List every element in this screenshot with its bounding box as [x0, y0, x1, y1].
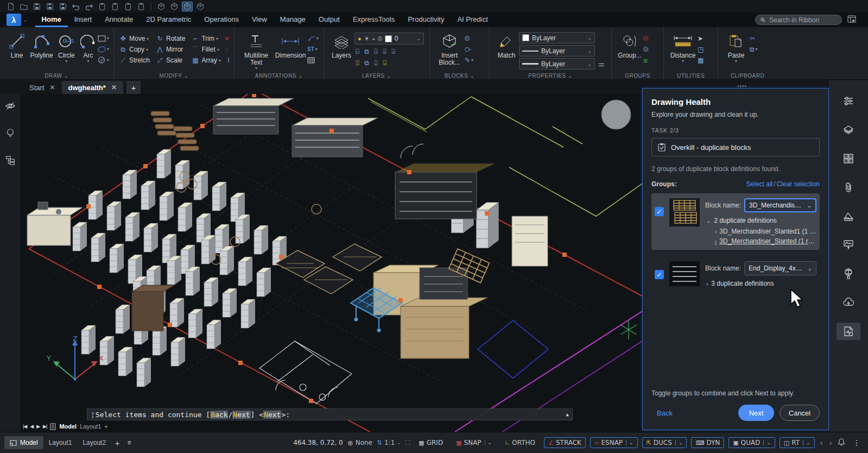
rotate-tool[interactable]: ↻Rotate — [155, 34, 185, 43]
select-all-link[interactable]: Select all — [746, 180, 773, 188]
tab-start[interactable]: Start ✕ — [23, 81, 62, 94]
sheets-icon[interactable] — [837, 207, 860, 225]
layer-walk-icon[interactable]: ⍐ — [356, 58, 359, 67]
clear-selection-link[interactable]: Clear selection — [777, 180, 820, 188]
toggle-strack[interactable]: ∠STRACK — [544, 437, 586, 448]
id-point-icon[interactable]: ➤ — [698, 34, 704, 43]
add-layout-mini[interactable]: + — [104, 423, 107, 430]
group1-dup-item-2[interactable]: ›3D_Merchandiser_Slanted (1 refe... — [715, 237, 816, 245]
close-icon[interactable]: ✕ — [49, 84, 55, 91]
color-select[interactable]: ByLayer ⌄ — [519, 32, 595, 43]
array-tool[interactable]: ▦Array▾⌇ — [191, 55, 230, 65]
layer-prev-icon[interactable]: ⍗ — [374, 58, 378, 67]
group1-blockname-select[interactable]: 3D_Merchandiser_Sla ⌄ — [744, 198, 816, 212]
toggle-grid[interactable]: ▦GRID — [414, 437, 447, 448]
paste-block-icon[interactable] — [97, 2, 107, 11]
statusbar-menu-icon[interactable]: ⋮ — [853, 438, 860, 447]
shade-icon[interactable] — [169, 2, 180, 11]
layer-select[interactable]: ● ☀︎ 🔒︎ ⎙ 0 ⌄ — [354, 33, 424, 45]
mtext-dropdown-chevron-icon[interactable]: ▾ — [255, 66, 257, 70]
linetype-select[interactable]: ByLayer ⌄ — [519, 45, 595, 56]
copy-clip-icon[interactable]: ⧉▾ — [750, 45, 758, 54]
drawing-canvas[interactable]: Z Y X — [21, 94, 642, 432]
group1-checkbox[interactable]: ✓ — [655, 207, 664, 216]
view-scale-control[interactable]: ⇅ 1:1 ⌄ — [377, 439, 401, 446]
insert-block-tool[interactable]: Insert Block... — [434, 30, 465, 66]
lineweight-select[interactable]: ByLayer ⌄ — [519, 58, 595, 70]
undo-icon[interactable] — [71, 2, 81, 11]
toggle-snap[interactable]: ▦SNAP⌄ — [452, 437, 496, 448]
tab-insert[interactable]: Insert — [68, 12, 99, 27]
insert-ref-icon[interactable] — [123, 2, 134, 11]
layer-state-icon[interactable]: ⍄ — [391, 47, 395, 56]
annotation-scale-control[interactable]: ⊕ None — [347, 439, 372, 447]
render-panel-icon[interactable] — [837, 236, 860, 254]
copy-tool[interactable]: ⧉Copy▾ — [118, 45, 150, 54]
tab-output[interactable]: Output — [312, 12, 346, 27]
circle-tool[interactable]: Circle ▾ — [54, 30, 79, 63]
explode-icon[interactable]: ◌ — [225, 46, 229, 53]
text-style-tool-icon[interactable]: ST▾ — [307, 45, 319, 54]
cut-scissors-icon[interactable]: ✂︎ — [750, 34, 758, 43]
distance-tool[interactable]: Distance ▾ — [668, 30, 698, 63]
group-edit-icon[interactable]: ⧁ — [643, 45, 649, 54]
app-logo[interactable]: λ — [7, 14, 21, 26]
hatch-tool-icon[interactable]: ▾ — [98, 55, 109, 65]
layout-list-icon[interactable]: ≡ — [123, 439, 135, 446]
toggle-ducs[interactable]: ⇱DUCS⌄ — [642, 437, 687, 448]
copy-block-icon[interactable] — [110, 2, 121, 11]
layout2-tab[interactable]: Layout2 — [77, 436, 111, 449]
command-line[interactable]: ¦ Select items and continue [Back/Next] … — [87, 408, 573, 420]
attribute-icon[interactable]: ✎▾ — [465, 55, 473, 65]
model-tab-mini[interactable]: Model — [59, 423, 77, 430]
open-file-icon[interactable] — [18, 2, 29, 11]
first-layout-icon[interactable]: |◀ — [23, 424, 27, 429]
layer-merge-icon[interactable]: ⧉ — [364, 58, 369, 67]
layer-lock-toggle-icon[interactable]: ⍌ — [383, 58, 387, 67]
group-tool[interactable]: Group... — [616, 30, 643, 59]
group2-blockname-select[interactable]: End_Display_4x2_Bott ⌄ — [744, 261, 816, 275]
ribbon-search[interactable]: 🔍︎ — [755, 15, 842, 25]
last-layout-icon[interactable]: ▶| — [43, 424, 47, 429]
move-tool[interactable]: ✥Move▾ — [118, 34, 150, 43]
leader-tool-icon[interactable]: ▾ — [307, 34, 319, 43]
rectangle-tool-icon[interactable]: ▾ — [98, 34, 109, 43]
render-active-icon[interactable] — [182, 2, 193, 11]
close-icon[interactable]: ✕ — [111, 84, 117, 91]
toggle-esnap[interactable]: ▱ESNAP⌄ — [590, 437, 638, 448]
new-tab-button[interactable]: + — [126, 81, 141, 94]
transparency-icon[interactable]: ⚌ — [598, 60, 605, 68]
redo-icon[interactable] — [84, 2, 94, 11]
tab-productivity[interactable]: Productivity — [401, 12, 451, 27]
layers-tool[interactable]: Layers — [328, 30, 354, 59]
ribbon-config-icon[interactable] — [847, 15, 860, 26]
back-link[interactable]: Back — [657, 409, 673, 417]
attachments-paperclip-icon[interactable] — [837, 179, 860, 196]
quick-select-icon[interactable]: ◳ — [698, 45, 704, 54]
group-select-toggle-icon[interactable]: ⧈ — [643, 55, 649, 65]
model-tab[interactable]: Model — [4, 436, 43, 449]
stretch-tool[interactable]: ⟋Stretch — [118, 55, 150, 65]
block-edit-icon[interactable]: ⧀ — [465, 34, 473, 43]
tab-expresstools[interactable]: ExpressTools — [346, 12, 401, 27]
paste-dropdown-chevron-icon[interactable]: ▾ — [735, 59, 737, 63]
paste-tool[interactable]: Paste ▾ — [723, 30, 750, 63]
fillet-tool[interactable]: ⌒Fillet▾◌ — [191, 45, 230, 54]
pedit-icon[interactable]: ⌇ — [227, 56, 230, 64]
toggle-rt[interactable]: ◫RT⌄ — [780, 437, 815, 448]
app-menu-chevron-icon[interactable]: ⌄ — [23, 17, 28, 23]
view-3d-icon[interactable] — [156, 2, 167, 11]
tab-view[interactable]: View — [245, 12, 274, 27]
tab-operations[interactable]: Operations — [198, 12, 245, 27]
tab-2d-parametric[interactable]: 2D Parametric — [140, 12, 198, 27]
assistant-balloon-icon[interactable] — [837, 265, 860, 282]
ellipse-tool-icon[interactable]: ▾ — [98, 45, 109, 54]
calculator-icon[interactable]: ▦ — [698, 55, 704, 65]
search-input[interactable] — [769, 16, 834, 24]
properties-sliders-icon[interactable] — [837, 92, 860, 110]
save-as-icon[interactable] — [45, 2, 55, 11]
delete-icon[interactable]: ✕ — [224, 35, 230, 42]
arc-tool[interactable]: Arc ▾ — [79, 30, 98, 63]
save-all-icon[interactable] — [58, 2, 68, 11]
structure-tree-icon[interactable] — [5, 155, 16, 168]
